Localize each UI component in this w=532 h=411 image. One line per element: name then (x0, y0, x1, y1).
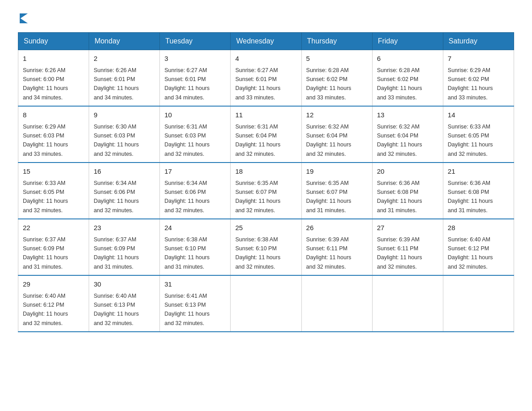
calendar-cell: 5 Sunrise: 6:28 AMSunset: 6:02 PMDayligh… (301, 50, 372, 107)
calendar-cell: 15 Sunrise: 6:33 AMSunset: 6:05 PMDaylig… (18, 163, 89, 219)
day-info: Sunrise: 6:37 AMSunset: 6:09 PMDaylight:… (23, 236, 68, 270)
day-info: Sunrise: 6:33 AMSunset: 6:05 PMDaylight:… (448, 124, 493, 157)
calendar-cell: 3 Sunrise: 6:27 AMSunset: 6:01 PMDayligh… (160, 50, 231, 107)
calendar-cell (301, 275, 372, 332)
calendar-cell: 27 Sunrise: 6:39 AMSunset: 6:11 PMDaylig… (372, 219, 443, 275)
header-day-sunday: Sunday (18, 33, 89, 50)
day-number: 23 (94, 223, 155, 233)
calendar-cell: 2 Sunrise: 6:26 AMSunset: 6:01 PMDayligh… (89, 50, 160, 107)
calendar-cell: 16 Sunrise: 6:34 AMSunset: 6:06 PMDaylig… (89, 163, 160, 219)
week-row-5: 29 Sunrise: 6:40 AMSunset: 6:12 PMDaylig… (18, 275, 514, 332)
day-number: 25 (235, 223, 296, 233)
calendar-cell: 18 Sunrise: 6:35 AMSunset: 6:07 PMDaylig… (231, 163, 301, 219)
day-number: 3 (164, 54, 226, 64)
header-day-thursday: Thursday (301, 33, 372, 50)
day-number: 20 (377, 167, 438, 177)
day-info: Sunrise: 6:28 AMSunset: 6:02 PMDaylight:… (306, 67, 352, 101)
day-info: Sunrise: 6:34 AMSunset: 6:06 PMDaylight:… (94, 180, 139, 214)
calendar-cell: 21 Sunrise: 6:36 AMSunset: 6:08 PMDaylig… (443, 163, 514, 219)
header-day-monday: Monday (89, 33, 160, 50)
day-number: 30 (94, 279, 155, 290)
day-number: 18 (235, 167, 296, 177)
day-info: Sunrise: 6:32 AMSunset: 6:04 PMDaylight:… (306, 124, 352, 157)
day-number: 9 (94, 110, 155, 120)
calendar-cell: 17 Sunrise: 6:34 AMSunset: 6:06 PMDaylig… (160, 163, 231, 219)
logo (18, 13, 28, 23)
calendar-cell: 20 Sunrise: 6:36 AMSunset: 6:08 PMDaylig… (372, 163, 443, 219)
calendar-cell: 7 Sunrise: 6:29 AMSunset: 6:02 PMDayligh… (443, 50, 514, 107)
week-row-1: 1 Sunrise: 6:26 AMSunset: 6:00 PMDayligh… (18, 50, 514, 107)
calendar-body: 1 Sunrise: 6:26 AMSunset: 6:00 PMDayligh… (18, 50, 514, 332)
calendar-cell: 25 Sunrise: 6:38 AMSunset: 6:10 PMDaylig… (231, 219, 301, 275)
day-number: 21 (448, 167, 509, 177)
calendar-table: SundayMondayTuesdayWednesdayThursdayFrid… (18, 32, 514, 332)
day-info: Sunrise: 6:38 AMSunset: 6:10 PMDaylight:… (235, 236, 280, 270)
day-number: 12 (306, 110, 368, 120)
day-info: Sunrise: 6:28 AMSunset: 6:02 PMDaylight:… (377, 67, 422, 101)
day-info: Sunrise: 6:29 AMSunset: 6:03 PMDaylight:… (23, 124, 68, 157)
header-day-wednesday: Wednesday (231, 33, 301, 50)
calendar-cell: 19 Sunrise: 6:35 AMSunset: 6:07 PMDaylig… (301, 163, 372, 219)
logo-arrow-bottom (20, 18, 28, 23)
calendar-cell: 26 Sunrise: 6:39 AMSunset: 6:11 PMDaylig… (301, 219, 372, 275)
day-number: 6 (377, 54, 438, 64)
day-info: Sunrise: 6:26 AMSunset: 6:00 PMDaylight:… (23, 67, 68, 101)
day-number: 26 (306, 223, 368, 233)
day-number: 16 (94, 167, 155, 177)
day-info: Sunrise: 6:39 AMSunset: 6:11 PMDaylight:… (377, 236, 422, 270)
day-number: 10 (164, 110, 226, 120)
week-row-3: 15 Sunrise: 6:33 AMSunset: 6:05 PMDaylig… (18, 163, 514, 219)
day-info: Sunrise: 6:40 AMSunset: 6:12 PMDaylight:… (23, 293, 68, 326)
day-info: Sunrise: 6:30 AMSunset: 6:03 PMDaylight:… (94, 124, 139, 157)
day-info: Sunrise: 6:36 AMSunset: 6:08 PMDaylight:… (377, 180, 422, 214)
calendar-cell: 30 Sunrise: 6:40 AMSunset: 6:13 PMDaylig… (89, 275, 160, 332)
day-info: Sunrise: 6:27 AMSunset: 6:01 PMDaylight:… (235, 67, 280, 101)
page-header (18, 13, 514, 23)
calendar-cell: 9 Sunrise: 6:30 AMSunset: 6:03 PMDayligh… (89, 106, 160, 163)
day-info: Sunrise: 6:35 AMSunset: 6:07 PMDaylight:… (306, 180, 352, 214)
day-number: 22 (23, 223, 84, 233)
day-number: 7 (448, 54, 509, 64)
calendar-cell: 1 Sunrise: 6:26 AMSunset: 6:00 PMDayligh… (18, 50, 89, 107)
day-number: 13 (377, 110, 438, 120)
calendar-cell: 6 Sunrise: 6:28 AMSunset: 6:02 PMDayligh… (372, 50, 443, 107)
calendar-cell: 12 Sunrise: 6:32 AMSunset: 6:04 PMDaylig… (301, 106, 372, 163)
header-day-tuesday: Tuesday (160, 33, 231, 50)
header-day-saturday: Saturday (443, 33, 514, 50)
day-info: Sunrise: 6:38 AMSunset: 6:10 PMDaylight:… (164, 236, 210, 270)
day-number: 24 (164, 223, 226, 233)
calendar-cell (372, 275, 443, 332)
day-info: Sunrise: 6:40 AMSunset: 6:12 PMDaylight:… (448, 236, 493, 270)
day-number: 15 (23, 167, 84, 177)
day-info: Sunrise: 6:33 AMSunset: 6:05 PMDaylight:… (23, 180, 68, 214)
calendar-cell: 22 Sunrise: 6:37 AMSunset: 6:09 PMDaylig… (18, 219, 89, 275)
calendar-cell: 29 Sunrise: 6:40 AMSunset: 6:12 PMDaylig… (18, 275, 89, 332)
day-number: 17 (164, 167, 226, 177)
day-number: 4 (235, 54, 296, 64)
week-row-4: 22 Sunrise: 6:37 AMSunset: 6:09 PMDaylig… (18, 219, 514, 275)
day-number: 27 (377, 223, 438, 233)
calendar-cell (231, 275, 301, 332)
day-info: Sunrise: 6:27 AMSunset: 6:01 PMDaylight:… (164, 67, 210, 101)
calendar-cell: 14 Sunrise: 6:33 AMSunset: 6:05 PMDaylig… (443, 106, 514, 163)
day-info: Sunrise: 6:26 AMSunset: 6:01 PMDaylight:… (94, 67, 139, 101)
day-number: 11 (235, 110, 296, 120)
calendar-cell: 31 Sunrise: 6:41 AMSunset: 6:13 PMDaylig… (160, 275, 231, 332)
week-row-2: 8 Sunrise: 6:29 AMSunset: 6:03 PMDayligh… (18, 106, 514, 163)
day-number: 28 (448, 223, 509, 233)
day-info: Sunrise: 6:41 AMSunset: 6:13 PMDaylight:… (164, 293, 210, 326)
day-number: 31 (164, 279, 226, 290)
calendar-cell: 23 Sunrise: 6:37 AMSunset: 6:09 PMDaylig… (89, 219, 160, 275)
day-number: 1 (23, 54, 84, 64)
day-info: Sunrise: 6:37 AMSunset: 6:09 PMDaylight:… (94, 236, 139, 270)
day-number: 19 (306, 167, 368, 177)
calendar-cell: 24 Sunrise: 6:38 AMSunset: 6:10 PMDaylig… (160, 219, 231, 275)
calendar-cell: 28 Sunrise: 6:40 AMSunset: 6:12 PMDaylig… (443, 219, 514, 275)
header-day-friday: Friday (372, 33, 443, 50)
calendar-cell: 4 Sunrise: 6:27 AMSunset: 6:01 PMDayligh… (231, 50, 301, 107)
day-number: 5 (306, 54, 368, 64)
day-info: Sunrise: 6:35 AMSunset: 6:07 PMDaylight:… (235, 180, 280, 214)
calendar-cell: 8 Sunrise: 6:29 AMSunset: 6:03 PMDayligh… (18, 106, 89, 163)
day-number: 8 (23, 110, 84, 120)
day-info: Sunrise: 6:39 AMSunset: 6:11 PMDaylight:… (306, 236, 352, 270)
